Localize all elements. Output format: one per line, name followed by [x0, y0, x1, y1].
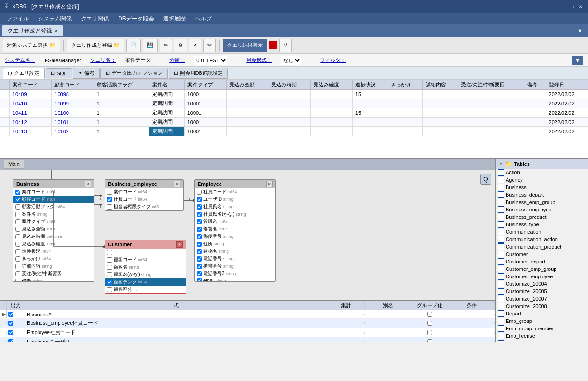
- toolbar-btn-edit[interactable]: ✏: [160, 39, 172, 52]
- table-item-communication[interactable]: Communication: [496, 228, 588, 236]
- th-case-name[interactable]: 案件名: [149, 80, 185, 90]
- table-item-business_product[interactable]: Business_product: [496, 213, 588, 221]
- toolbar-btn-new[interactable]: 📄: [126, 39, 141, 52]
- table-item-customer_depart[interactable]: Customer_depart: [496, 258, 588, 265]
- be-field-1[interactable]: 案件コード int64: [105, 188, 183, 196]
- qe-out-check-2[interactable]: [8, 321, 13, 326]
- emp-field-11[interactable]: 携帯番号 string: [195, 263, 275, 270]
- menu-help[interactable]: ヘルプ: [190, 13, 216, 24]
- table-row[interactable]: 10409100981定期訪問10001152022/02/02: [0, 90, 588, 99]
- emp-field-12[interactable]: 電話番号3 string: [195, 270, 275, 277]
- emp-field-10[interactable]: 電話番号 string: [195, 255, 275, 263]
- table-item-business_emp_group[interactable]: Business_emp_group: [496, 198, 588, 206]
- query-label[interactable]: クエリ名：: [90, 57, 116, 64]
- table-item-communication_action[interactable]: Communication_action: [496, 236, 588, 243]
- toolbar-btn-check[interactable]: ✔: [189, 39, 201, 52]
- table-item-customer[interactable]: Customer: [496, 250, 588, 258]
- business-field-5[interactable]: 案件タイプ int64: [13, 218, 94, 225]
- tab-close-button[interactable]: ×: [55, 28, 58, 33]
- table-row[interactable]: 10410100991定期訪問100012022/02/02: [0, 99, 588, 108]
- query-result-button[interactable]: クエリ結果表示: [223, 39, 267, 52]
- qe-grp-check-3[interactable]: [427, 330, 432, 335]
- employee-close[interactable]: ×: [266, 181, 273, 187]
- table-item-customize_20005[interactable]: Customize_20005: [496, 288, 588, 295]
- menu-file[interactable]: ファイル: [2, 13, 33, 24]
- business-field-11[interactable]: 詳細内容 string: [13, 263, 94, 270]
- active-tab[interactable]: クエリ作成と登録 ×: [2, 25, 63, 36]
- table-item-action[interactable]: Action: [496, 169, 588, 176]
- business-field-6[interactable]: 見込み金額 int64: [13, 225, 94, 233]
- th-progress[interactable]: 進捗状況: [352, 80, 388, 90]
- emp-field-4[interactable]: 社員氏名(かな) string: [195, 210, 275, 218]
- business-field-10[interactable]: きっかけ int64: [13, 255, 94, 263]
- business-field-7[interactable]: 見込み時期 datetime: [13, 233, 94, 240]
- qe-grp-check-1[interactable]: [427, 312, 432, 317]
- close-button[interactable]: ✕: [577, 3, 584, 10]
- table-row[interactable]: 10411101001定期訪問10001152022/02/02: [0, 108, 588, 118]
- th-prospect-prob[interactable]: 見込み確度: [310, 80, 352, 90]
- be-field-3[interactable]: 担当者権限タイプ int6...: [105, 203, 183, 210]
- main-tab[interactable]: Main: [4, 160, 24, 169]
- cust-field-2[interactable]: 顧客名 string: [105, 263, 186, 271]
- tab-dropdown[interactable]: ▼: [574, 27, 586, 34]
- table-item-depart[interactable]: Depart: [496, 310, 588, 317]
- toolbar-btn-settings[interactable]: ⚙: [174, 39, 187, 52]
- cust-field-dot[interactable]: ・: [105, 249, 186, 256]
- table-item-emp_role[interactable]: Emp_role: [496, 340, 588, 342]
- search-button[interactable]: Q: [480, 174, 491, 185]
- cust-field-3[interactable]: 顧客名(かな) string: [105, 271, 186, 278]
- table-item-emp_group[interactable]: Emp_group: [496, 317, 588, 325]
- qe-grp-check-4[interactable]: [427, 339, 432, 342]
- tab-sql[interactable]: ⊞ SQL: [46, 68, 72, 78]
- th-case-type[interactable]: 案件タイプ: [184, 80, 226, 90]
- toolbar-btn-scissors[interactable]: ✂: [203, 39, 216, 52]
- cust-field-4[interactable]: 顧客ランク int64: [105, 278, 186, 286]
- th-activity-flag[interactable]: 顧客活動フラグ: [94, 80, 149, 90]
- business-close[interactable]: ×: [85, 181, 91, 187]
- qe-out-check-1[interactable]: [8, 312, 13, 317]
- view-select[interactable]: なし: [281, 56, 301, 65]
- table-item-agency[interactable]: Agency: [496, 176, 588, 184]
- business-field-13[interactable]: 備考 string: [13, 277, 94, 281]
- th-notes[interactable]: 備考: [524, 80, 546, 90]
- qe-out-check-4[interactable]: [8, 339, 13, 342]
- be-field-2[interactable]: 社員コード int64: [105, 196, 183, 203]
- category-select[interactable]: 001 TEST: [194, 56, 227, 65]
- customer-close[interactable]: ×: [176, 241, 183, 248]
- emp-field-2[interactable]: ユーザID string: [195, 196, 275, 203]
- emp-field-9[interactable]: 建物名 string: [195, 248, 275, 255]
- business-field-3[interactable]: 顧客活動フラグ int64: [13, 203, 94, 210]
- table-item-business_type[interactable]: Business_type: [496, 221, 588, 228]
- tab-notes[interactable]: ✦ 備考: [73, 68, 100, 79]
- cust-field-1[interactable]: 顧客コード int64: [105, 256, 186, 263]
- th-prospect-time[interactable]: 見込み時期: [268, 80, 310, 90]
- th-customer-code[interactable]: 顧客コード: [52, 80, 94, 90]
- table-item-customize_20007[interactable]: Customize_20007: [496, 295, 588, 302]
- menu-system[interactable]: システム関係: [33, 13, 76, 24]
- emp-field-1[interactable]: 社員コード int64: [195, 188, 275, 196]
- table-item-business_employee[interactable]: Business_employee: [496, 206, 588, 213]
- toolbar-btn-refresh[interactable]: ↺: [279, 39, 292, 52]
- cust-field-5[interactable]: 顧客区分 ...: [105, 286, 186, 293]
- table-item-business[interactable]: Business: [496, 184, 588, 191]
- table-row[interactable]: 10413101021定期訪問100012022/02/02: [0, 127, 588, 136]
- table-item-communication_product[interactable]: Communication_product: [496, 243, 588, 250]
- th-prospect-amount[interactable]: 見込み金額: [227, 80, 268, 90]
- th-detail[interactable]: 詳細内容: [423, 80, 458, 90]
- emp-field-3[interactable]: 社員氏名 string: [195, 203, 275, 210]
- menu-history[interactable]: 選択履歴: [159, 13, 190, 24]
- th-trigger[interactable]: きっかけ: [388, 80, 423, 90]
- tab-ref-db[interactable]: ⊡ 照会用DB追記設定: [169, 68, 228, 79]
- target-system-button[interactable]: 対象システム選択 📁: [3, 39, 60, 52]
- menu-db-view[interactable]: DBデータ照会: [114, 13, 159, 24]
- tab-query-settings[interactable]: Q クエリ設定: [3, 68, 45, 79]
- emp-field-8[interactable]: 住所 string: [195, 240, 275, 248]
- business-field-2[interactable]: 顧客コード int64: [13, 196, 94, 203]
- table-row[interactable]: 10412101011定期訪問100012022/02/02: [0, 118, 588, 127]
- minimize-button[interactable]: ─: [560, 3, 568, 10]
- table-item-customize_20004[interactable]: Customize_20004: [496, 280, 588, 288]
- qe-out-check-3[interactable]: [8, 330, 13, 335]
- th-case-code[interactable]: 案件コード: [10, 80, 52, 90]
- qe-grp-check-2[interactable]: [427, 321, 432, 326]
- view-label[interactable]: 照会形式：: [246, 57, 272, 64]
